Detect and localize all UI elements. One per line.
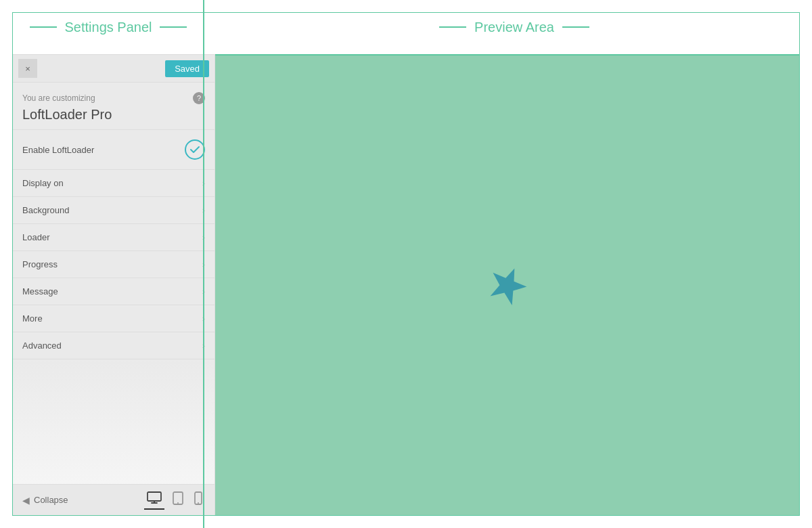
menu-item-loader[interactable]: Loader › <box>13 224 215 251</box>
menu-item-more-label: More <box>22 313 43 324</box>
chevron-right-icon: › <box>202 340 205 351</box>
customizing-info: You are customizing ? LoftLoader Pro <box>13 83 215 130</box>
plugin-name: LoftLoader Pro <box>22 107 205 123</box>
saved-button[interactable]: Saved <box>165 60 209 77</box>
label-line-right <box>160 26 187 28</box>
help-icon[interactable]: ? <box>193 92 205 104</box>
preview-area <box>215 54 800 516</box>
svg-point-4 <box>177 502 179 504</box>
chevron-right-icon: › <box>202 232 205 242</box>
collapse-arrow-icon: ◀ <box>22 495 30 506</box>
enable-loftloader-row[interactable]: Enable LoftLoader <box>13 130 215 170</box>
enable-label: Enable LoftLoader <box>22 145 94 155</box>
desktop-icon[interactable] <box>144 490 164 510</box>
settings-panel: × Saved You are customizing ? LoftLoader… <box>12 54 215 516</box>
panel-bottom-bar: ◀ Collapse <box>13 484 215 515</box>
menu-item-background-label: Background <box>22 205 69 215</box>
settings-panel-label-area: Settings Panel <box>0 0 217 54</box>
menu-item-display-on-label: Display on <box>22 178 64 188</box>
menu-item-advanced-label: Advanced <box>22 340 62 351</box>
collapse-label: Collapse <box>34 495 68 505</box>
preview-area-label-area: Preview Area <box>217 0 812 54</box>
panel-topbar: × Saved <box>13 55 215 83</box>
preview-area-title: Preview Area <box>466 20 562 35</box>
chevron-right-icon: › <box>202 178 205 188</box>
svg-rect-0 <box>148 492 161 501</box>
menu-item-message-label: Message <box>22 286 58 296</box>
customizing-row: You are customizing ? <box>22 92 205 104</box>
preview-line-left <box>439 26 466 28</box>
top-label-bar: Settings Panel Preview Area <box>0 0 812 54</box>
settings-panel-title: Settings Panel <box>57 20 160 35</box>
menu-list: Display on › Background › Loader › Progr… <box>13 170 215 359</box>
main-content: × Saved You are customizing ? LoftLoader… <box>12 54 800 516</box>
preview-label-group: Preview Area <box>439 20 589 35</box>
star-svg <box>487 263 528 307</box>
collapse-button[interactable]: ◀ Collapse <box>22 495 68 506</box>
chevron-right-icon: › <box>202 259 205 269</box>
device-icons-group <box>144 490 205 510</box>
checkmark-icon <box>189 144 200 155</box>
mobile-icon[interactable] <box>191 490 205 510</box>
chevron-right-icon: › <box>202 286 205 296</box>
menu-item-loader-label: Loader <box>22 232 49 242</box>
label-line-left <box>30 26 57 28</box>
preview-line-right <box>562 26 589 28</box>
enable-toggle[interactable] <box>185 139 205 160</box>
settings-label-group: Settings Panel <box>30 20 187 35</box>
loader-star <box>487 265 528 305</box>
guide-h-top <box>215 54 800 56</box>
menu-item-background[interactable]: Background › <box>13 197 215 224</box>
panel-empty-space <box>13 359 215 484</box>
menu-item-more[interactable]: More › <box>13 305 215 332</box>
close-button[interactable]: × <box>18 59 37 78</box>
menu-item-advanced[interactable]: Advanced › <box>13 332 215 359</box>
customizing-label: You are customizing <box>22 93 95 103</box>
menu-item-display-on[interactable]: Display on › <box>13 170 215 197</box>
chevron-right-icon: › <box>202 205 205 215</box>
svg-point-6 <box>198 502 199 504</box>
tablet-icon[interactable] <box>170 490 186 510</box>
svg-marker-7 <box>487 263 528 307</box>
menu-item-message[interactable]: Message › <box>13 278 215 305</box>
menu-item-progress[interactable]: Progress › <box>13 251 215 278</box>
chevron-right-icon: › <box>202 313 205 324</box>
menu-item-progress-label: Progress <box>22 259 58 269</box>
